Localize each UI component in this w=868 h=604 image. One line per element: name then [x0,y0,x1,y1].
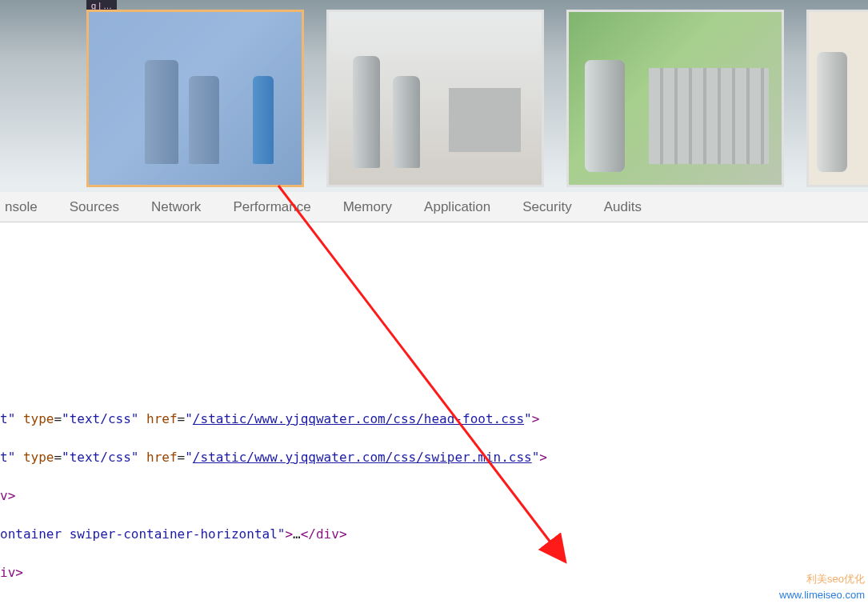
devtools-tab-bar: nsole Sources Network Performance Memory… [0,192,868,222]
product-thumbnail-2[interactable] [326,10,544,187]
elements-panel[interactable]: t" type="text/css" href="/static/www.yjq… [0,222,868,604]
tab-security[interactable]: Security [506,199,587,215]
product-thumbnail-3[interactable] [566,10,784,187]
stylesheet-link[interactable]: /static/www.yjqqwater.com/css/head-foot.… [193,411,524,426]
code-line[interactable]: ontainer swiper-container-horizontal">…<… [0,525,868,544]
product-thumbnail-1[interactable] [86,10,304,187]
code-line[interactable]: v> [0,486,868,506]
code-line[interactable]: iv> [0,563,868,582]
tab-application[interactable]: Application [408,199,506,215]
code-line[interactable]: t" type="text/css" href="/static/www.yjq… [0,448,868,467]
tab-performance[interactable]: Performance [217,199,326,215]
tab-console[interactable]: nsole [0,199,54,215]
tab-audits[interactable]: Audits [588,199,658,215]
tab-network[interactable]: Network [135,199,217,215]
watermark-url: www.limeiseo.com [779,589,865,601]
watermark-text: 利美seo优化 [806,572,865,586]
stylesheet-link[interactable]: /static/www.yjqqwater.com/css/swiper.min… [193,450,532,465]
tab-sources[interactable]: Sources [54,199,135,215]
product-thumbnail-4[interactable] [806,10,868,187]
tab-memory[interactable]: Memory [327,199,408,215]
code-line[interactable]: t" type="text/css" href="/static/www.yjq… [0,410,868,429]
webpage-preview: g | … [0,0,868,192]
